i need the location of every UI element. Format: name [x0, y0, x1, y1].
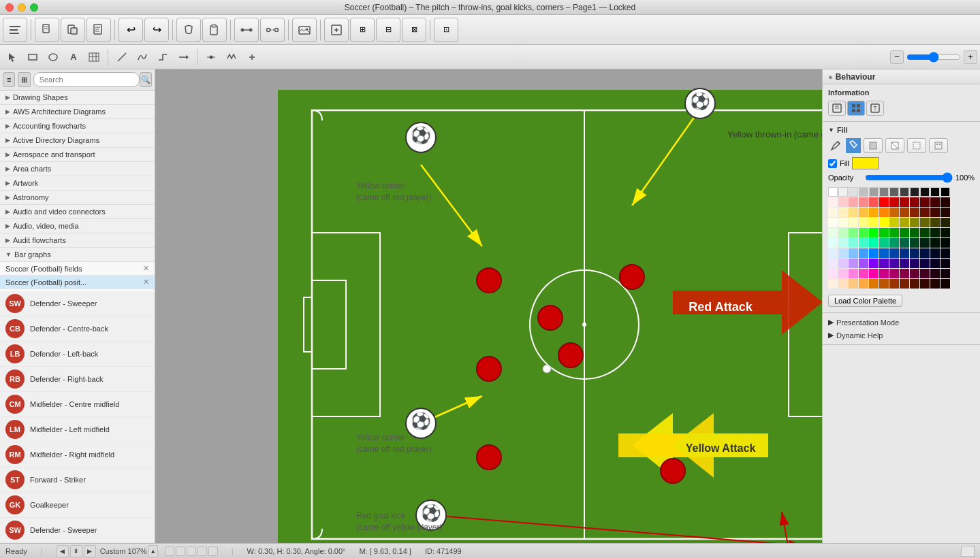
- color-swatch[interactable]: [941, 208, 950, 217]
- category-aerospace[interactable]: ▶ Aerospace and transport: [0, 148, 155, 162]
- color-swatch[interactable]: [900, 238, 909, 248]
- next-page-btn[interactable]: ▶: [84, 545, 96, 557]
- subcat-soccer-positions[interactable]: Soccer (Football) posit... ✕: [0, 276, 155, 289]
- fill-style-btn2[interactable]: [885, 138, 904, 153]
- category-audit[interactable]: ▶ Audit flowcharts: [0, 233, 155, 248]
- color-swatch[interactable]: [849, 187, 858, 197]
- color-swatch[interactable]: [859, 248, 868, 258]
- color-swatch[interactable]: [910, 208, 919, 217]
- color-swatch[interactable]: [879, 197, 889, 207]
- color-swatch[interactable]: [849, 238, 858, 248]
- category-accounting[interactable]: ▶ Accounting flowcharts: [0, 119, 155, 133]
- color-swatch[interactable]: [910, 228, 919, 237]
- color-swatch[interactable]: [930, 269, 940, 278]
- list-item[interactable]: CB Defender - Centre-back: [0, 316, 155, 342]
- zoom-fit-btn[interactable]: [324, 18, 349, 42]
- color-swatch[interactable]: [859, 228, 868, 237]
- connection-btn1[interactable]: [234, 18, 259, 42]
- sidebar-grid-btn[interactable]: ⊞: [18, 72, 30, 87]
- opacity-slider[interactable]: [865, 172, 953, 183]
- color-swatch[interactable]: [879, 208, 889, 217]
- text-tool[interactable]: A: [64, 48, 83, 67]
- category-artwork[interactable]: ▶ Artwork: [0, 176, 155, 191]
- color-swatch[interactable]: [941, 238, 950, 248]
- color-swatch[interactable]: [941, 279, 950, 289]
- color-swatch[interactable]: [838, 259, 848, 268]
- color-swatch[interactable]: [828, 218, 838, 227]
- color-swatch[interactable]: [859, 208, 868, 217]
- canvas-area[interactable]: Red Attack Yellow Attack: [155, 69, 822, 543]
- paste-style-btn[interactable]: [202, 18, 227, 42]
- color-swatch[interactable]: [849, 208, 858, 217]
- color-swatch[interactable]: [828, 279, 838, 289]
- category-audio-video[interactable]: ▶ Audio and video connectors: [0, 205, 155, 219]
- elbow-tool[interactable]: [153, 48, 172, 67]
- color-swatch[interactable]: [838, 218, 848, 227]
- color-swatch[interactable]: [930, 248, 940, 258]
- color-swatch[interactable]: [879, 259, 889, 268]
- color-swatch[interactable]: [920, 259, 930, 268]
- color-swatch[interactable]: [879, 279, 889, 289]
- color-swatch[interactable]: [828, 197, 838, 207]
- color-swatch[interactable]: [941, 218, 950, 227]
- color-swatch[interactable]: [889, 197, 899, 207]
- color-swatch[interactable]: [930, 218, 940, 227]
- color-swatch[interactable]: [900, 269, 909, 278]
- color-swatch[interactable]: [879, 238, 889, 248]
- color-swatch[interactable]: [889, 187, 899, 197]
- color-swatch[interactable]: [849, 228, 858, 237]
- resize-handle[interactable]: [961, 546, 975, 557]
- color-swatch[interactable]: [828, 187, 838, 197]
- color-swatch[interactable]: [859, 197, 868, 207]
- color-swatch[interactable]: [869, 228, 879, 237]
- color-swatch[interactable]: [941, 259, 950, 268]
- color-swatch[interactable]: [941, 187, 950, 197]
- line-tool[interactable]: [112, 48, 131, 67]
- color-swatch[interactable]: [869, 187, 879, 197]
- color-swatch[interactable]: [910, 218, 919, 227]
- color-swatch[interactable]: [941, 248, 950, 258]
- color-swatch[interactable]: [838, 248, 848, 258]
- color-swatch[interactable]: [930, 228, 940, 237]
- fill-style-btn4[interactable]: [929, 138, 948, 153]
- info-btn2[interactable]: [847, 101, 865, 116]
- color-swatch[interactable]: [910, 197, 919, 207]
- color-swatch[interactable]: [879, 228, 889, 237]
- connection-btn2[interactable]: [260, 18, 285, 42]
- list-item[interactable]: GK Goalkeeper: [0, 493, 155, 518]
- color-swatch[interactable]: [869, 208, 879, 217]
- color-swatch[interactable]: [900, 228, 909, 237]
- color-swatch[interactable]: [838, 228, 848, 237]
- tb-extra3[interactable]: ⊠: [402, 18, 426, 42]
- color-swatch[interactable]: [879, 218, 889, 227]
- undo-btn[interactable]: ↩: [118, 18, 143, 42]
- color-swatch[interactable]: [849, 269, 858, 278]
- list-item[interactable]: LB Defender - Left-back: [0, 342, 155, 367]
- color-swatch[interactable]: [838, 208, 848, 217]
- color-swatch[interactable]: [900, 218, 909, 227]
- color-swatch[interactable]: [849, 197, 858, 207]
- insert-image-btn[interactable]: [292, 18, 317, 42]
- color-swatch[interactable]: [920, 208, 930, 217]
- color-swatch[interactable]: [900, 208, 909, 217]
- color-swatch[interactable]: [849, 218, 858, 227]
- color-swatch[interactable]: [920, 279, 930, 289]
- load-color-palette-btn[interactable]: Load Color Palette: [828, 295, 902, 307]
- category-astronomy[interactable]: ▶ Astronomy: [0, 191, 155, 205]
- dynamic-help-item[interactable]: ▶ Dynamic Help: [823, 329, 980, 342]
- close-button[interactable]: [5, 3, 14, 12]
- waypoint-tool[interactable]: [202, 48, 221, 67]
- color-swatch[interactable]: [941, 228, 950, 237]
- category-av-media[interactable]: ▶ Audio, video, media: [0, 219, 155, 233]
- fill-color-swatch[interactable]: [852, 157, 879, 169]
- list-item[interactable]: LM Midfielder - Left midfield: [0, 417, 155, 442]
- list-item[interactable]: SW Defender - Sweeper: [0, 291, 155, 316]
- color-swatch[interactable]: [889, 259, 899, 268]
- curve-tool[interactable]: [133, 48, 152, 67]
- color-swatch[interactable]: [920, 269, 930, 278]
- color-swatch[interactable]: [910, 269, 919, 278]
- color-swatch[interactable]: [869, 269, 879, 278]
- color-swatch[interactable]: [910, 187, 919, 197]
- color-swatch[interactable]: [849, 248, 858, 258]
- color-swatch[interactable]: [869, 238, 879, 248]
